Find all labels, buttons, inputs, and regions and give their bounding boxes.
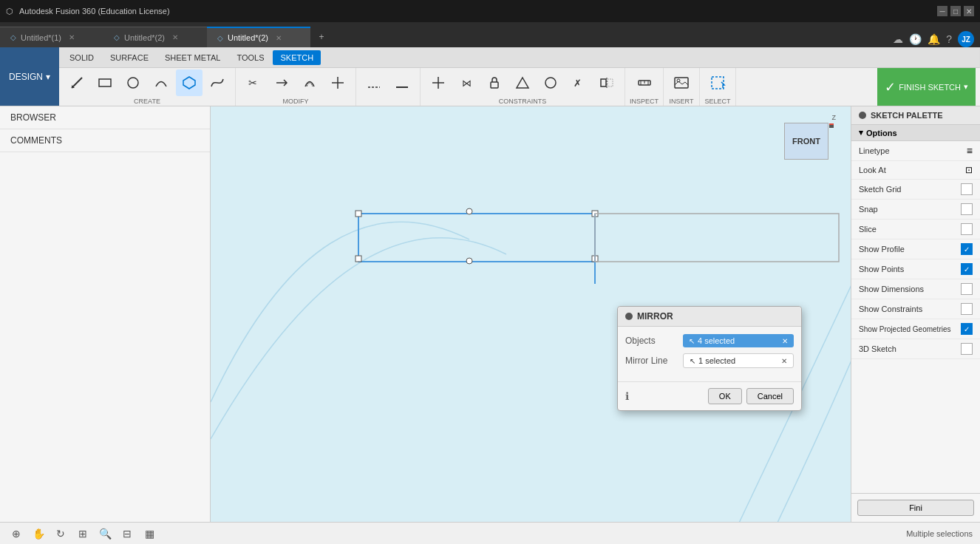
look-at-row[interactable]: Look At ⊡ [851, 161, 980, 180]
maximize-button[interactable]: □ [950, 6, 961, 16]
show-points-checkbox[interactable] [961, 263, 973, 275]
browser-item[interactable]: BROWSER [0, 106, 210, 129]
svg-rect-12 [491, 82, 498, 88]
solid-line-button[interactable] [389, 74, 415, 101]
tab-1-close[interactable]: ✕ [69, 33, 75, 41]
show-profile-row: Show Profile [851, 239, 980, 259]
title-bar: ⬡ Autodesk Fusion 360 (Education License… [0, 0, 980, 22]
coincident-constraint-button[interactable] [425, 69, 452, 96]
design-button[interactable]: DESIGN ▾ [0, 47, 59, 106]
cloud-icon: ☁ [893, 33, 903, 45]
mirror-line-clear-button[interactable]: ✕ [781, 357, 787, 365]
sketch-palette: SKETCH PALETTE ▾ Options Linetype ≡ Look… [851, 106, 980, 522]
orbit-tool[interactable]: ↻ [52, 525, 69, 543]
constraints-group: ⋈ ✗ [421, 68, 625, 106]
break-constraint-button[interactable]: ✗ [565, 69, 592, 96]
show-projected-label: Show Projected Geometries [859, 325, 951, 333]
zoom-fit-tool[interactable]: ⊞ [74, 525, 92, 543]
tab-2-close[interactable]: ✕ [172, 33, 178, 41]
inspect-group: INSPECT [625, 68, 664, 106]
lines-group [356, 68, 421, 106]
mirror-line-field[interactable]: ↖ 1 selected ✕ [683, 353, 794, 368]
arc-tool-button[interactable] [148, 69, 174, 96]
minimize-button[interactable]: ─ [937, 6, 947, 16]
show-dimensions-label: Show Dimensions [859, 285, 924, 293]
look-at-icon: ⊡ [965, 165, 973, 175]
show-constraints-checkbox[interactable] [961, 303, 973, 315]
offset-tool-button[interactable] [296, 69, 323, 96]
mirror-line-value: 1 selected [698, 356, 735, 365]
extend-tool-button[interactable] [268, 69, 295, 96]
show-points-row: Show Points [851, 259, 980, 279]
linetype-row[interactable]: Linetype ≡ [851, 141, 980, 161]
trim-tool-button[interactable]: ✂ [240, 69, 267, 96]
options-section-header[interactable]: ▾ Options [851, 125, 980, 141]
triangle-constraint-button[interactable] [509, 69, 536, 96]
circle-tool-button[interactable] [120, 69, 146, 96]
cancel-button[interactable]: Cancel [746, 388, 794, 404]
tab-solid[interactable]: SOLID [62, 50, 101, 65]
navigate-tool[interactable]: ⊕ [7, 525, 25, 543]
user-avatar[interactable]: JZ [958, 31, 974, 47]
select-tool-button[interactable] [704, 69, 731, 96]
ok-button[interactable]: OK [708, 388, 742, 404]
project-tool-button[interactable] [324, 69, 351, 96]
comments-item[interactable]: COMMENTS [0, 129, 210, 152]
svg-point-14 [545, 78, 556, 88]
tab-3-close[interactable]: ✕ [276, 34, 282, 42]
tab-tools[interactable]: TOOLS [229, 50, 271, 65]
circle-constraint-button[interactable] [537, 69, 564, 96]
rectangle-tool-button[interactable] [92, 69, 118, 96]
tab-sketch[interactable]: SKETCH [273, 50, 321, 65]
select-label: SELECT [705, 98, 731, 105]
tangent-constraint-button[interactable]: ⋈ [453, 69, 480, 96]
tab-1[interactable]: ◇ Untitled*(1) ✕ [0, 27, 103, 47]
tab-2[interactable]: ◇ Untitled*(2) ✕ [103, 27, 207, 47]
snap-checkbox[interactable] [961, 203, 973, 215]
insert-image-button[interactable] [668, 69, 695, 96]
finish-palette-button[interactable]: Fini [857, 500, 974, 516]
modify-group: ✂ MODIFY [236, 68, 356, 106]
options-label: Options [866, 129, 897, 137]
measure-tool-button[interactable] [631, 69, 658, 96]
slice-checkbox[interactable] [961, 223, 973, 235]
look-at-label: Look At [859, 166, 886, 174]
pan-tool[interactable]: ✋ [30, 525, 47, 543]
canvas-area[interactable]: MIRROR Objects ↖ 4 selected ✕ Mirror Lin… [211, 106, 851, 522]
zoom-in-tool[interactable]: 🔍 [96, 525, 114, 543]
mirror-dialog: MIRROR Objects ↖ 4 selected ✕ Mirror Lin… [617, 306, 802, 411]
lock-constraint-button[interactable] [481, 69, 508, 96]
linetype-icon: ≡ [967, 145, 973, 157]
objects-clear-button[interactable]: ✕ [782, 337, 788, 345]
objects-label: Objects [625, 336, 677, 346]
insert-label: INSERT [670, 98, 694, 105]
mirror-constraint-button[interactable] [593, 69, 620, 96]
show-profile-checkbox[interactable] [961, 243, 973, 255]
construction-line-button[interactable] [361, 74, 387, 101]
objects-row: Objects ↖ 4 selected ✕ [625, 334, 794, 347]
spline-tool-button[interactable] [204, 69, 231, 96]
tab-surface[interactable]: SURFACE [103, 50, 156, 65]
grid-tool[interactable]: ⊟ [118, 525, 136, 543]
objects-field[interactable]: ↖ 4 selected ✕ [683, 334, 794, 347]
sketch-grid-checkbox[interactable] [961, 183, 973, 195]
svg-marker-13 [517, 78, 528, 88]
tab-sheet-metal[interactable]: SHEET METAL [157, 50, 228, 65]
polygon-tool-button[interactable] [176, 69, 203, 96]
info-icon: ℹ [625, 390, 629, 402]
view-cube[interactable]: Z FRONT [777, 114, 836, 166]
show-dimensions-checkbox[interactable] [961, 283, 973, 295]
finish-sketch-button[interactable]: ✓ FINISH SKETCH ▾ [877, 68, 976, 106]
view-cube-front[interactable]: FRONT [784, 123, 828, 160]
display-settings-tool[interactable]: ▦ [140, 525, 158, 543]
svg-rect-26 [358, 214, 595, 262]
new-tab-button[interactable]: + [310, 27, 333, 47]
show-projected-checkbox[interactable] [961, 323, 973, 335]
create-group: CREATE [59, 68, 236, 106]
line-tool-button[interactable] [64, 69, 90, 96]
tab-3[interactable]: ◇ Untitled*(2) ✕ [207, 27, 310, 47]
close-button[interactable]: ✕ [964, 6, 974, 16]
3d-sketch-checkbox[interactable] [961, 343, 973, 355]
inspect-label: INSPECT [630, 98, 659, 105]
help-icon[interactable]: ? [946, 33, 952, 45]
